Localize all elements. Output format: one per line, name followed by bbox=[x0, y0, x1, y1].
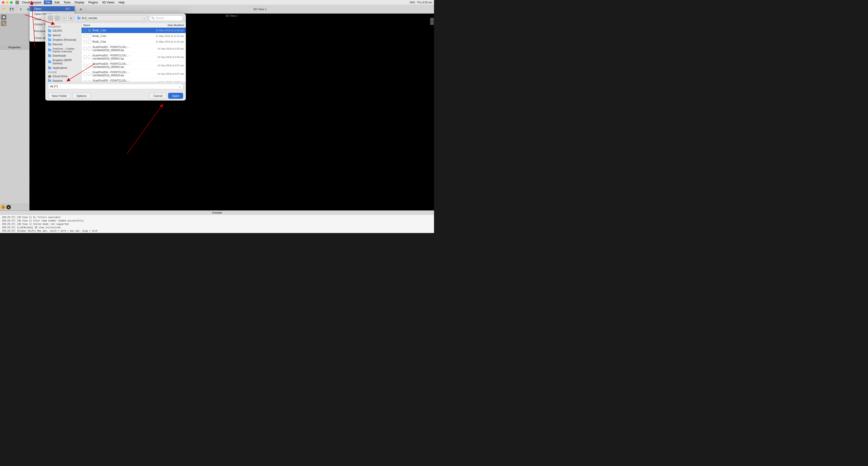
onedrive-icon bbox=[48, 49, 51, 52]
dropbox-personal-icon bbox=[48, 39, 51, 41]
file-name-0: Boab_1.las bbox=[92, 29, 146, 32]
menu-3dviews[interactable]: 3D Views bbox=[100, 0, 116, 4]
view-tool-2[interactable]: - bbox=[430, 22, 434, 25]
dialog-column-view-btn[interactable]: ⊞ bbox=[68, 15, 73, 21]
search-placeholder: Search bbox=[155, 16, 164, 20]
dialog-list-view-btn[interactable]: ≡ bbox=[62, 15, 67, 21]
sidebar-item-gears[interactable]: GEARS bbox=[45, 29, 81, 33]
close-window-btn[interactable] bbox=[2, 1, 4, 4]
file-name-2: Boab_3.las bbox=[92, 40, 146, 43]
dialog-left-buttons: New Folder Options bbox=[48, 93, 90, 99]
icloud-drive-icon bbox=[48, 75, 51, 78]
open-button[interactable]: Open bbox=[168, 93, 183, 99]
battery-indicator: 58% bbox=[410, 1, 415, 4]
desktop-label: Desktop bbox=[53, 79, 63, 82]
tool-icon-2[interactable]: ✏️ bbox=[1, 21, 6, 26]
search-icon: 🔍 bbox=[151, 16, 155, 20]
toolbar-btn-3[interactable]: ✕ bbox=[18, 6, 24, 13]
file-checkbox-1[interactable] bbox=[84, 34, 87, 38]
toolbar-save-btn[interactable]: 💾 bbox=[8, 6, 15, 13]
sidebar-item-onedrive[interactable]: OneDrive – Charles Darwin University bbox=[45, 47, 81, 54]
slevick-folder-icon bbox=[48, 34, 51, 37]
new-folder-button[interactable]: New Folder bbox=[48, 93, 71, 99]
file-checkbox-0[interactable] bbox=[84, 29, 87, 32]
console-line-1: [09:29:27] [3D View 1] Color ramp shader… bbox=[2, 219, 432, 222]
menu-cloudcompare[interactable]: CloudCompare bbox=[20, 0, 43, 4]
options-button[interactable]: Options bbox=[72, 93, 90, 99]
menu-plugins[interactable]: Plugins bbox=[87, 0, 100, 4]
maximize-window-btn[interactable] bbox=[10, 1, 13, 4]
dialog-folder-selector[interactable]: BLK_sample ⌄ bbox=[75, 15, 147, 21]
file-checkbox-7[interactable] bbox=[84, 80, 87, 82]
file-row-3[interactable]: ScanPos001 - POINTCLOU... - Litchfield20… bbox=[82, 44, 186, 53]
file-icon-1 bbox=[88, 34, 91, 38]
sidebar-item-applications[interactable]: Applications bbox=[45, 66, 81, 70]
dialog-back-btn[interactable]: ‹ bbox=[48, 15, 53, 21]
sidebar-item-downloads[interactable]: Downloads bbox=[45, 54, 81, 58]
gears-label: GEARS bbox=[53, 29, 62, 32]
traffic-lights[interactable] bbox=[2, 1, 13, 4]
file-checkbox-5[interactable] bbox=[84, 64, 87, 67]
file-date-6: 14 Sep 2018 at 9:57 am bbox=[148, 72, 184, 75]
console-area: Console [09:29:27] [3D View 1] GL filter… bbox=[0, 210, 434, 233]
sidebar-item-recents[interactable]: Recents bbox=[45, 42, 81, 47]
dialog-search-box[interactable]: 🔍 Search bbox=[149, 15, 183, 21]
file-checkbox-3[interactable] bbox=[84, 47, 87, 50]
file-type-select[interactable]: All (**) ⌄ bbox=[48, 84, 183, 89]
sidebar-item-slevick[interactable]: slevick bbox=[45, 33, 81, 38]
tool-icon-1[interactable]: 🔲 bbox=[1, 14, 6, 20]
file-name-3: ScanPos001 - POINTCLOU... - Litchfield20… bbox=[92, 45, 146, 52]
icloud-title: iCloud bbox=[45, 70, 81, 74]
file-row-7[interactable]: ScanPos005 - POINTCLOU... - Litchfield20… bbox=[82, 78, 186, 82]
sidebar-item-dropbox-nerp[interactable]: Dropbox (NERP Gamba) bbox=[45, 58, 81, 66]
dialog-right-buttons: Cancel Open bbox=[150, 93, 183, 99]
downloads-icon bbox=[48, 55, 51, 57]
properties-title: Properties bbox=[0, 45, 29, 49]
menu-edit[interactable]: Edit bbox=[53, 0, 61, 4]
file-icon-7 bbox=[88, 80, 91, 82]
icon-circle-orange: ☀ bbox=[1, 205, 5, 209]
sidebar-item-icloud-drive[interactable]: iCloud Drive bbox=[45, 74, 81, 78]
file-checkbox-6[interactable] bbox=[84, 72, 87, 75]
file-icon-5 bbox=[88, 64, 91, 67]
bottom-icons: ☀ ● bbox=[0, 204, 29, 210]
file-row-4[interactable]: ScanPos002 - POINTCLOU... - Litchfield20… bbox=[82, 53, 186, 61]
desktop-icon bbox=[48, 80, 51, 82]
file-type-chevron: ⌄ bbox=[179, 85, 181, 88]
file-row-6[interactable]: ScanPos004 - POINTCLOU... - Litchfield20… bbox=[82, 70, 186, 78]
file-type-value: All (**) bbox=[50, 85, 58, 88]
file-icon-4 bbox=[88, 55, 91, 59]
file-date-1: 21 May 2019 at 11:01 am bbox=[148, 35, 184, 37]
view-tool-1[interactable]: + bbox=[430, 18, 434, 21]
dropbox-nerp-label: Dropbox (NERP Gamba) bbox=[53, 59, 79, 65]
menu-file[interactable]: File bbox=[44, 0, 52, 4]
file-icon-0 bbox=[88, 29, 91, 32]
toolbar-open-btn[interactable]: 📂 bbox=[1, 6, 8, 13]
file-list-header: Name Date Modified bbox=[82, 23, 186, 28]
menu-tools[interactable]: Tools bbox=[62, 0, 72, 4]
toolbar-btn-11[interactable]: ⊗ bbox=[78, 6, 84, 13]
file-date-4: 14 Sep 2018 at 9:56 am bbox=[148, 56, 184, 59]
file-row-2[interactable]: Boab_3.las 21 May 2019 at 11:01 am bbox=[82, 39, 186, 44]
file-open-dialog: ‹ › ≡ ⊞ BLK_sample ⌄ 🔍 Search Favorites … bbox=[45, 13, 186, 101]
properties-section: Properties bbox=[0, 45, 29, 204]
properties-content bbox=[0, 49, 29, 52]
col-date-header: Date Modified bbox=[148, 24, 184, 27]
menu-help[interactable]: Help bbox=[117, 0, 126, 4]
menu-display[interactable]: Display bbox=[73, 0, 86, 4]
file-name-6: ScanPos004 - POINTCLOU... - Litchfield20… bbox=[92, 71, 146, 77]
file-row-1[interactable]: Boab_2.las 21 May 2019 at 11:01 am bbox=[82, 33, 186, 39]
menu-open[interactable]: Open ⌘O bbox=[30, 6, 74, 11]
console-line-4: [09:29:27] [Global Shift] Max abs. coord… bbox=[2, 229, 432, 233]
file-checkbox-2[interactable] bbox=[84, 40, 87, 43]
file-date-7: 14 Sep 2018 at 9:55 am bbox=[148, 81, 184, 82]
file-checkbox-4[interactable] bbox=[84, 56, 87, 59]
cancel-button[interactable]: Cancel bbox=[150, 93, 166, 99]
sidebar-item-dropbox-personal[interactable]: Dropbox (Personal) bbox=[45, 38, 81, 42]
dialog-forward-btn[interactable]: › bbox=[55, 15, 60, 21]
file-row-5[interactable]: ScanPos003 - POINTCLOU... - Litchfield20… bbox=[82, 61, 186, 70]
sidebar-item-desktop[interactable]: Desktop bbox=[45, 78, 81, 82]
minimize-window-btn[interactable] bbox=[6, 1, 9, 4]
left-panel: 🔲 ✏️ Properties ☀ ● bbox=[0, 13, 29, 210]
file-row-0[interactable]: Boab_1.las 21 May 2019 at 11:00 am bbox=[82, 28, 186, 33]
